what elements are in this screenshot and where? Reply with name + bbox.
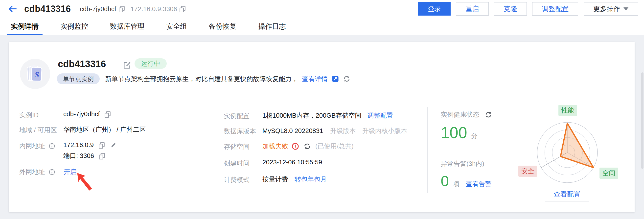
instance-subrow: 单节点实例 新单节点架构全部拥抱云原生，对比自建具备更快的故障恢复能力， 查看详… [57, 73, 350, 84]
error-icon [292, 142, 299, 150]
tab-security-group[interactable]: 安全组 [162, 18, 191, 35]
private-address-label: 内网地址 [19, 142, 56, 150]
refresh-icon[interactable] [343, 75, 350, 82]
health-radar-chart [530, 116, 604, 190]
port-value: 端口: 3306 [63, 152, 105, 160]
instance-id-value: cdb-7jy0dhcf [63, 110, 111, 118]
tab-instance-details[interactable]: 实例详情 [7, 18, 42, 35]
instance-name: cdb413316 [58, 59, 106, 70]
instance-id-label: 实例ID [19, 111, 38, 120]
avatar: S [20, 59, 50, 89]
info-icon[interactable] [48, 142, 56, 150]
info-icon[interactable] [48, 168, 56, 176]
enable-public-access-link[interactable]: 开启 [64, 168, 77, 176]
refresh-icon[interactable] [304, 142, 311, 150]
convert-billing-link[interactable]: 转包年包月 [294, 175, 327, 184]
alarm-count: 0 [441, 172, 449, 190]
scrollbar-thumb[interactable] [641, 72, 644, 169]
radar-label-space: 空间 [600, 168, 618, 179]
view-alarms-link[interactable]: 查看告警 [466, 180, 492, 188]
created-value: 2023-12-06 10:55:59 [262, 158, 322, 166]
edit-name-icon[interactable] [123, 61, 131, 69]
private-ip-value: 172.16.0.9 [63, 141, 117, 149]
storage-error-text: 加载失败 [262, 142, 288, 150]
page-content: S cdb413316 运行中 单节点实例 新单节点架构全部拥抱云原生，对比自建… [0, 35, 644, 219]
top-bar: cdb413316 cdb-7jy0dhcf 172.16.0.9:3306 登… [0, 0, 644, 18]
radar-label-security: 安全 [518, 166, 537, 177]
vertical-divider [427, 107, 428, 193]
storage-hint: (已使用/总共) [315, 142, 354, 150]
adjust-config-link[interactable]: 调整配置 [367, 111, 393, 120]
back-button[interactable] [7, 4, 18, 14]
storage-label: 存储空间 [224, 142, 250, 151]
alarm-label: 异常告警(3h内) [441, 160, 484, 168]
instance-overview-card: S cdb413316 运行中 单节点实例 新单节点架构全部拥抱云原生，对比自建… [9, 42, 634, 212]
radar-polygon [561, 123, 594, 168]
instance-description: 新单节点架构全部拥抱云原生，对比自建具备更快的故障恢复能力， [105, 75, 298, 83]
radar-label-performance: 性能 [558, 105, 577, 116]
view-details-link[interactable]: 查看详情 [302, 75, 328, 83]
config-label: 实例配置 [224, 112, 250, 120]
db-version-row: MySQL8.0 20220831 升级版本 升级内核小版本 [262, 126, 407, 135]
copy-icon[interactable] [118, 6, 125, 12]
health-title-row: 实例健康状态 [441, 110, 492, 119]
health-score-row: 100 分 [441, 124, 478, 142]
copy-icon[interactable] [179, 6, 186, 12]
storage-row: 加载失败 (已使用/总共) [262, 142, 354, 150]
back-arrow-icon [8, 5, 17, 13]
clone-button[interactable]: 克隆 [494, 2, 527, 16]
svg-text:S: S [34, 70, 39, 79]
tab-instance-monitoring[interactable]: 实例监控 [56, 18, 92, 35]
tab-database-management[interactable]: 数据库管理 [106, 18, 148, 35]
config-value-row: 1核1000MB内存，200GB存储空间 调整配置 [262, 111, 393, 120]
upgrade-kernel-link[interactable]: 升级内核小版本 [362, 126, 407, 135]
health-score: 100 [441, 124, 467, 142]
db-version-label: 数据库版本 [224, 127, 256, 136]
alarm-row: 0 项 查看告警 [441, 172, 492, 190]
instance-id-text: cdb-7jy0dhcf [80, 5, 116, 13]
created-label: 创建时间 [224, 159, 250, 168]
health-title: 实例健康状态 [441, 110, 479, 119]
public-address-label: 外网地址 [19, 168, 56, 176]
region-value: 华南地区（广州） / 广州二区 [63, 125, 146, 134]
alarm-unit: 项 [453, 180, 459, 188]
database-icon: S [24, 63, 46, 84]
resize-button[interactable]: 调整配置 [532, 2, 578, 16]
page-title: cdb413316 [24, 4, 71, 14]
external-link-icon[interactable] [332, 75, 339, 82]
view-config-button[interactable]: 查看配置 [545, 187, 589, 202]
status-badge: 运行中 [134, 58, 167, 69]
region-label: 地域 / 可用区 [19, 126, 57, 134]
more-actions-button[interactable]: 更多操作 [584, 2, 638, 16]
instance-type-badge: 单节点实例 [57, 74, 100, 84]
restart-button[interactable]: 重启 [456, 2, 489, 16]
tab-bar: 实例详情 实例监控 数据库管理 安全组 备份恢复 操作日志 [0, 18, 644, 35]
billing-label: 计费模式 [224, 176, 250, 184]
more-actions-label: 更多操作 [593, 4, 620, 13]
upgrade-version-link[interactable]: 升级版本 [330, 126, 356, 135]
copy-icon[interactable] [98, 142, 105, 148]
copy-icon[interactable] [104, 111, 111, 118]
copy-icon[interactable] [98, 152, 105, 160]
tab-operation-log[interactable]: 操作日志 [254, 18, 290, 35]
pencil-icon[interactable] [110, 142, 117, 148]
tab-backup-restore[interactable]: 备份恢复 [205, 18, 240, 35]
billing-row: 按量计费 转包年包月 [262, 175, 327, 184]
endpoint-text: 172.16.0.9:3306 [130, 5, 177, 13]
header-actions: 登录 重启 克隆 调整配置 更多操作 [418, 2, 638, 16]
login-button[interactable]: 登录 [418, 2, 450, 16]
refresh-icon[interactable] [485, 111, 492, 118]
chevron-down-icon [624, 8, 628, 13]
health-score-unit: 分 [471, 132, 478, 140]
